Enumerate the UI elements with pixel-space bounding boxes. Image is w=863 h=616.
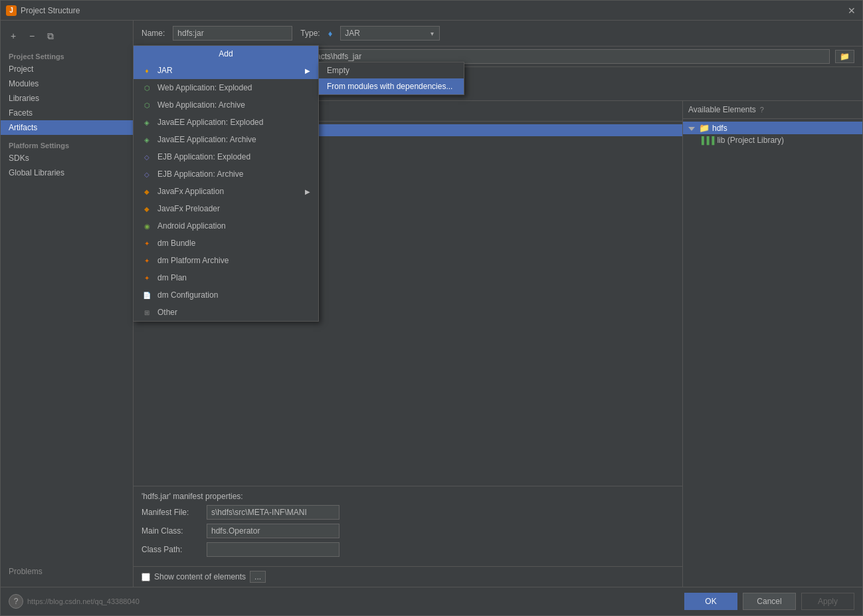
dropdown-item-jar[interactable]: ♦ JAR ▶ Empty From modules with dependen… — [134, 62, 318, 79]
manifest-file-row: Manifest File: — [142, 505, 674, 520]
main-class-input[interactable] — [207, 524, 339, 538]
help-button[interactable]: ? — [9, 594, 23, 609]
javafx-icon: ◆ — [142, 186, 152, 197]
web-icon: ⬡ — [142, 82, 152, 93]
manifest-title: 'hdfs.jar' manifest properties: — [142, 492, 674, 501]
dropdown-item-web-exploded[interactable]: ⬡ Web Application: Exploded — [134, 79, 318, 96]
android-icon: ◉ — [142, 221, 152, 231]
manifest-section: 'hdfs.jar' manifest properties: Manifest… — [134, 486, 682, 566]
type-select[interactable]: JAR — [340, 26, 440, 41]
other-icon: ⊞ — [142, 307, 152, 318]
submenu-empty[interactable]: Empty — [319, 62, 464, 78]
sidebar-item-libraries[interactable]: Libraries — [1, 91, 133, 106]
available-elements-header: Available Elements ? — [683, 101, 862, 119]
jee-icon: ◈ — [142, 117, 152, 128]
window-title: Project Structure — [21, 6, 848, 15]
project-structure-window: J Project Structure ✕ + − ⧉ Project Sett… — [0, 0, 863, 616]
sidebar-item-facets[interactable]: Facets — [1, 106, 133, 120]
ellipsis-button[interactable]: ... — [250, 571, 266, 583]
show-content-row: Show content of elements ... — [134, 566, 682, 587]
bottom-left: ? https://blog.csdn.net/qq_43388040 — [9, 594, 140, 609]
bottom-bar: ? https://blog.csdn.net/qq_43388040 OK C… — [1, 587, 862, 615]
dm-platform-icon: ✦ — [142, 255, 152, 266]
arrow-right-icon: ▶ — [305, 67, 310, 74]
dm-config-icon: 📄 — [142, 290, 152, 300]
folder-icon: 📁 — [699, 123, 710, 133]
help-available-icon: ? — [760, 106, 764, 114]
sidebar-item-project[interactable]: Project — [1, 62, 133, 76]
add-dropdown-menu: Add ♦ JAR ▶ Empty From modules with depe… — [133, 45, 319, 322]
copy-artifact-button[interactable]: ⧉ — [43, 29, 58, 43]
add-artifact-button[interactable]: + — [6, 29, 21, 43]
dropdown-item-dm-config[interactable]: 📄 dm Configuration — [134, 286, 318, 304]
artifact-header: Name: Type: ♦ JAR ▾ — [134, 21, 862, 47]
dropdown-item-dm-bundle[interactable]: ✦ dm Bundle — [134, 235, 318, 252]
app-icon: J — [6, 5, 17, 16]
type-label: Type: — [300, 29, 320, 38]
dropdown-item-android[interactable]: ◉ Android Application — [134, 217, 318, 235]
dropdown-item-dm-platform[interactable]: ✦ dm Platform Archive — [134, 252, 318, 269]
name-label: Name: — [142, 29, 165, 38]
close-icon[interactable]: ✕ — [848, 6, 857, 15]
jar-type-icon: ♦ — [328, 29, 333, 39]
class-path-label: Class Path: — [142, 545, 201, 554]
dm-plan-icon: ✦ — [142, 272, 152, 283]
main-class-label: Main Class: — [142, 526, 201, 536]
cancel-button[interactable]: Cancel — [743, 593, 796, 610]
project-settings-label: Project Settings — [1, 49, 133, 62]
dropdown-item-javafx[interactable]: ◆ JavaFx Application ▶ — [134, 183, 318, 200]
available-tree: 📁 hdfs ▐▐▐ lib (Project Library) — [683, 119, 862, 587]
apply-button[interactable]: Apply — [801, 593, 854, 610]
sidebar-toolbar: + − ⧉ — [1, 26, 133, 46]
ejb-archive-icon: ◇ — [142, 169, 152, 179]
lib-icon: ▐▐▐ — [699, 136, 714, 144]
avail-item-lib[interactable]: ▐▐▐ lib (Project Library) — [683, 134, 862, 146]
class-path-row: Class Path: — [142, 542, 674, 557]
artifact-name-input[interactable] — [173, 26, 292, 41]
dropdown-item-web-archive[interactable]: ⬡ Web Application: Archive — [134, 96, 318, 114]
dropdown-item-jee-exploded[interactable]: ◈ JavaEE Application: Exploded — [134, 114, 318, 131]
sidebar-item-modules[interactable]: Modules — [1, 76, 133, 91]
ok-button[interactable]: OK — [684, 593, 737, 610]
browse-button[interactable]: 📁 — [835, 50, 854, 63]
dropdown-header: Add — [134, 46, 318, 62]
window-controls: ✕ — [848, 6, 857, 15]
manifest-file-input[interactable] — [207, 505, 339, 520]
submenu-from-modules[interactable]: From modules with dependencies... — [319, 78, 464, 94]
javafx-preloader-icon: ◆ — [142, 203, 152, 214]
available-panel: Available Elements ? 📁 hdfs ▐▐▐ — [683, 101, 862, 587]
jee-archive-icon: ◈ — [142, 134, 152, 145]
avail-item-hdfs[interactable]: 📁 hdfs — [683, 122, 862, 134]
sidebar-item-sdks[interactable]: SDKs — [1, 151, 133, 165]
dropdown-item-ejb-archive[interactable]: ◇ EJB Application: Archive — [134, 165, 318, 183]
dropdown-item-jee-archive[interactable]: ◈ JavaEE Application: Archive — [134, 131, 318, 148]
platform-settings-label: Platform Settings — [1, 135, 133, 151]
jar-menu-icon: ♦ — [142, 65, 152, 76]
main-class-row: Main Class: — [142, 524, 674, 538]
dropdown-item-ejb-exploded[interactable]: ◇ EJB Application: Exploded — [134, 148, 318, 165]
type-select-wrapper: JAR ▾ — [340, 26, 434, 41]
triangle-down-icon — [688, 124, 696, 133]
show-content-checkbox[interactable] — [142, 573, 150, 581]
class-path-input[interactable] — [207, 542, 339, 557]
dropdown-item-javafx-preloader[interactable]: ◆ JavaFx Preloader — [134, 200, 318, 217]
sidebar-item-problems[interactable]: Problems — [1, 562, 133, 581]
remove-artifact-button[interactable]: − — [25, 29, 39, 43]
main-content: + − ⧉ Project Settings Project Modules L… — [1, 21, 862, 587]
ejb-icon: ◇ — [142, 152, 152, 162]
show-content-label: Show content of elements — [154, 572, 246, 581]
web-archive-icon: ⬡ — [142, 100, 152, 110]
sidebar-item-global-libraries[interactable]: Global Libraries — [1, 165, 133, 180]
status-url: https://blog.csdn.net/qq_43388040 — [27, 597, 140, 605]
title-bar: J Project Structure ✕ — [1, 1, 862, 21]
bottom-right: OK Cancel Apply — [684, 593, 854, 610]
sidebar: + − ⧉ Project Settings Project Modules L… — [1, 21, 134, 587]
dropdown-container: Add ♦ JAR ▶ Empty From modules with depe… — [133, 45, 319, 322]
dropdown-item-other[interactable]: ⊞ Other — [134, 304, 318, 321]
javafx-arrow-icon: ▶ — [305, 188, 310, 195]
manifest-file-label: Manifest File: — [142, 508, 201, 517]
sidebar-item-artifacts[interactable]: Artifacts — [1, 120, 133, 135]
dropdown-item-dm-plan[interactable]: ✦ dm Plan — [134, 269, 318, 286]
jar-submenu: Empty From modules with dependencies... — [318, 62, 464, 95]
dm-bundle-icon: ✦ — [142, 238, 152, 249]
